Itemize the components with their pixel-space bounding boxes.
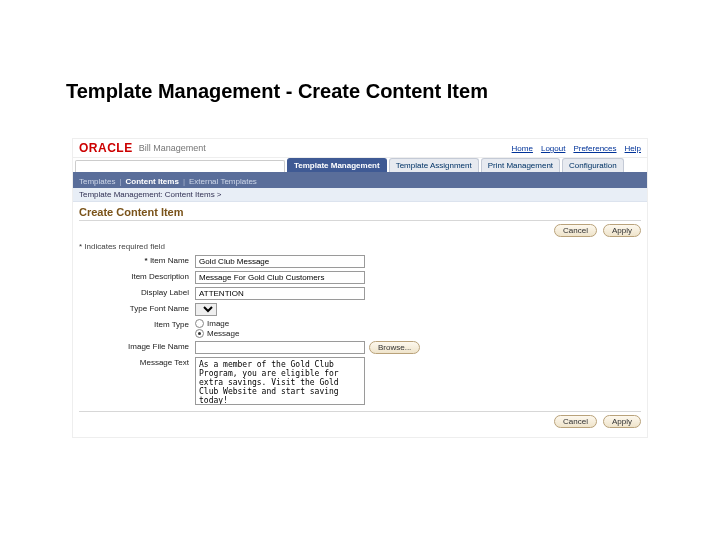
subtab-divider: |: [183, 177, 185, 186]
subtab-divider: |: [119, 177, 121, 186]
brand: ORACLE Bill Management: [79, 141, 206, 155]
label-message-text: Message Text: [79, 357, 189, 405]
preferences-link[interactable]: Preferences: [573, 144, 616, 153]
app-window: ORACLE Bill Management Home Logout Prefe…: [72, 138, 648, 438]
subtab-external-templates[interactable]: External Templates: [189, 177, 257, 186]
action-row-top: Cancel Apply: [79, 221, 641, 240]
radio-message[interactable]: [195, 329, 204, 338]
oracle-logo: ORACLE: [79, 141, 133, 155]
logout-link[interactable]: Logout: [541, 144, 565, 153]
help-link[interactable]: Help: [625, 144, 641, 153]
section-title: Create Content Item: [79, 206, 641, 221]
tab-template-assignment[interactable]: Template Assignment: [389, 158, 479, 172]
item-type-radios: Image Message: [195, 319, 239, 338]
tab-configuration[interactable]: Configuration: [562, 158, 624, 172]
apply-button-bottom[interactable]: Apply: [603, 415, 641, 428]
cancel-button-bottom[interactable]: Cancel: [554, 415, 597, 428]
browse-button[interactable]: Browse...: [369, 341, 420, 354]
label-item-description: Item Description: [79, 271, 189, 284]
tab-print-management[interactable]: Print Management: [481, 158, 560, 172]
label-image-file-name: Image File Name: [79, 341, 189, 354]
radio-message-label: Message: [207, 329, 239, 338]
tabbar-spacer: [75, 160, 285, 172]
cancel-button[interactable]: Cancel: [554, 224, 597, 237]
display-label-input[interactable]: [195, 287, 365, 300]
radio-image-label: Image: [207, 319, 229, 328]
breadcrumb: Template Management: Content Items >: [73, 188, 647, 202]
home-link[interactable]: Home: [512, 144, 533, 153]
subtab-content-items[interactable]: Content Items: [126, 177, 179, 186]
label-display-label: Display Label: [79, 287, 189, 300]
label-item-type: Item Type: [79, 319, 189, 338]
label-type-font-name: Type Font Name: [79, 303, 189, 316]
apply-button[interactable]: Apply: [603, 224, 641, 237]
app-name: Bill Management: [139, 143, 206, 153]
header: ORACLE Bill Management Home Logout Prefe…: [73, 139, 647, 158]
required-hint: Indicates required field: [79, 242, 641, 251]
subtab-templates[interactable]: Templates: [79, 177, 115, 186]
tab-template-management[interactable]: Template Management: [287, 158, 387, 172]
image-file-name-input[interactable]: [195, 341, 365, 354]
radio-image[interactable]: [195, 319, 204, 328]
item-name-input[interactable]: [195, 255, 365, 268]
type-font-name-select[interactable]: [195, 303, 217, 316]
action-row-bottom: Cancel Apply: [79, 412, 641, 431]
top-links: Home Logout Preferences Help: [512, 144, 641, 153]
form: Item Name Item Description Display Label…: [79, 255, 641, 405]
message-text-input[interactable]: [195, 357, 365, 405]
item-description-input[interactable]: [195, 271, 365, 284]
tabbar: Template Management Template Assignment …: [73, 158, 647, 174]
page-title: Template Management - Create Content Ite…: [66, 80, 488, 103]
label-item-name: Item Name: [79, 255, 189, 268]
subtabs: Templates | Content Items | External Tem…: [73, 174, 647, 188]
content-area: Create Content Item Cancel Apply Indicat…: [73, 202, 647, 437]
